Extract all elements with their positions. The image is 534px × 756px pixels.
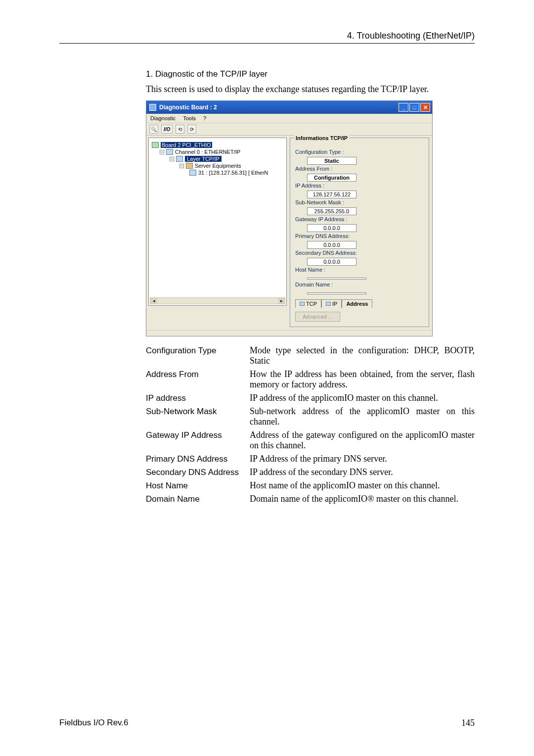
ip-address-label: IP Address : xyxy=(295,183,424,189)
def-term: Host Name xyxy=(146,480,250,491)
app-icon xyxy=(149,104,156,111)
definitions-list: Configuration TypeMode type selected in … xyxy=(146,345,475,504)
zoom-glyph: 🔍 xyxy=(151,127,157,132)
secondary-dns-value: 0.0.0.0 xyxy=(307,258,356,266)
footer-left: Fieldbus I/O Rev.6 xyxy=(59,718,129,728)
zoom-icon[interactable]: 🔍 xyxy=(149,125,158,134)
refresh-glyph-1: ⟲ xyxy=(178,127,182,132)
layer-icon xyxy=(176,156,183,162)
tree-layer[interactable]: − Layer TCP/IP xyxy=(170,156,283,162)
def-row: Host NameHost name of the applicomIO mas… xyxy=(146,480,475,491)
menu-diagnostic[interactable]: Diagnostic xyxy=(150,115,176,121)
address-from-label: Address From : xyxy=(295,166,424,172)
secondary-dns-label: Secondary DNS Address: xyxy=(295,250,424,256)
minimize-button[interactable]: _ xyxy=(399,103,408,112)
toolbar: 🔍 I/O ⟲ ⟳ xyxy=(146,123,432,136)
tree-channel-label: Channel 0 : ETHERNET/IP xyxy=(175,149,240,155)
def-term: Gateway IP Address xyxy=(146,430,250,440)
info-fieldset: Informations TCP/IP Configuration Type :… xyxy=(290,138,429,327)
tree-channel[interactable]: − Channel 0 : ETHERNET/IP xyxy=(160,149,283,155)
window-title: Diagnostic Board : 2 xyxy=(159,104,217,111)
def-row: Sub-Network MaskSub-network address of t… xyxy=(146,406,475,427)
header-title: 4. Troubleshooting (EtherNet/IP) xyxy=(347,31,475,41)
tree-server-equip-label: Server Equipments xyxy=(195,163,241,169)
def-term: IP address xyxy=(146,393,250,403)
tab-tcp-icon xyxy=(300,302,305,306)
tree-scrollbar[interactable]: ◂ ▸ xyxy=(150,297,285,304)
def-desc: IP Address of the primary DNS server. xyxy=(250,454,475,464)
page-footer: Fieldbus I/O Rev.6 145 xyxy=(59,718,475,728)
section-title: 1. Diagnostic of the TCP/IP layer xyxy=(146,69,475,79)
def-desc: IP address of the secondary DNS server. xyxy=(250,467,475,477)
titlebar-left: Diagnostic Board : 2 xyxy=(149,104,217,111)
tab-address[interactable]: Address xyxy=(342,299,372,308)
def-desc: How the IP address has been obtained, fr… xyxy=(250,369,475,390)
footer-page-number: 145 xyxy=(461,718,475,728)
tab-ip[interactable]: IP xyxy=(321,299,342,308)
menubar: Diagnostic Tools ? xyxy=(146,114,432,123)
collapse-icon[interactable]: − xyxy=(170,157,174,161)
tab-tcp[interactable]: TCP xyxy=(295,299,321,308)
def-desc: Mode type selected in the configuration:… xyxy=(250,345,475,366)
tab-ip-icon xyxy=(326,302,331,306)
def-row: Domain NameDomain name of the applicomIO… xyxy=(146,494,475,504)
domain-name-label: Domain Name : xyxy=(295,282,424,287)
menu-tools[interactable]: Tools xyxy=(183,115,196,121)
scroll-right-icon[interactable]: ▸ xyxy=(278,298,285,304)
io-button[interactable]: I/O xyxy=(161,125,173,134)
page-header: 4. Troubleshooting (EtherNet/IP) xyxy=(59,31,475,44)
def-desc: IP address of the applicomIO master on t… xyxy=(250,393,475,403)
collapse-icon[interactable]: − xyxy=(179,164,184,168)
subnet-label: Sub-Network Mask : xyxy=(295,199,424,205)
tab-address-label: Address xyxy=(346,301,368,307)
maximize-button[interactable]: □ xyxy=(409,103,419,112)
tree-board-label: Board 2 PCI_ETHIO xyxy=(161,142,212,148)
refresh-icon-1[interactable]: ⟲ xyxy=(176,125,184,134)
def-desc: Sub-network address of the applicomIO ma… xyxy=(250,406,475,427)
def-term: Configuration Type xyxy=(146,345,250,356)
def-row: Address FromHow the IP address has been … xyxy=(146,369,475,390)
tree-server-node[interactable]: 31 : [128.127.56.31] [ EtherN xyxy=(189,170,283,176)
scroll-left-icon[interactable]: ◂ xyxy=(150,298,157,304)
menu-help[interactable]: ? xyxy=(203,115,206,121)
def-row: Gateway IP AddressAddress of the gateway… xyxy=(146,430,475,451)
window-titlebar: Diagnostic Board : 2 _ □ ✕ xyxy=(146,101,432,114)
host-name-label: Host Name : xyxy=(295,267,424,273)
def-term: Address From xyxy=(146,369,250,379)
window-controls: _ □ ✕ xyxy=(399,103,430,112)
def-term: Domain Name xyxy=(146,494,250,504)
primary-dns-value: 0.0.0.0 xyxy=(307,241,356,249)
tree-server-equip[interactable]: − Server Equipments xyxy=(179,163,283,169)
config-type-value: Static xyxy=(307,157,356,165)
gateway-label: Gateway IP Address : xyxy=(295,216,424,222)
address-from-value: Configuration xyxy=(307,174,356,182)
advanced-label: Advanced ... xyxy=(303,314,333,320)
io-label: I/O xyxy=(164,127,170,132)
def-row: Primary DNS AddressIP Address of the pri… xyxy=(146,454,475,464)
host-name-value xyxy=(307,278,366,280)
def-term: Sub-Network Mask xyxy=(146,406,250,417)
config-type-label: Configuration Type : xyxy=(295,149,424,155)
def-desc: Address of the gateway configured on the… xyxy=(250,430,475,451)
tab-tcp-label: TCP xyxy=(306,301,317,307)
def-row: IP addressIP address of the applicomIO m… xyxy=(146,393,475,403)
collapse-icon[interactable]: − xyxy=(160,150,164,154)
def-term: Primary DNS Address xyxy=(146,454,250,464)
node-icon xyxy=(189,170,196,176)
tab-ip-label: IP xyxy=(332,301,337,307)
status-strip xyxy=(146,330,432,336)
tree-pane: Board 2 PCI_ETHIO − Channel 0 : ETHERNET… xyxy=(148,138,287,306)
app-body: Board 2 PCI_ETHIO − Channel 0 : ETHERNET… xyxy=(146,136,432,330)
close-button[interactable]: ✕ xyxy=(420,103,430,112)
board-icon xyxy=(152,142,159,148)
fieldset-legend: Informations TCP/IP xyxy=(294,135,349,141)
def-desc: Host name of the applicomIO master on th… xyxy=(250,480,475,491)
info-pane: Informations TCP/IP Configuration Type :… xyxy=(290,138,429,327)
server-icon xyxy=(186,163,193,169)
subnet-value: 255.255.255.0 xyxy=(307,207,356,215)
primary-dns-label: Primary DNS Address: xyxy=(295,233,424,239)
refresh-glyph-2: ⟳ xyxy=(190,127,194,132)
advanced-button[interactable]: Advanced ... xyxy=(295,312,340,322)
tree-board[interactable]: Board 2 PCI_ETHIO xyxy=(152,142,283,148)
refresh-icon-2[interactable]: ⟳ xyxy=(187,125,196,134)
